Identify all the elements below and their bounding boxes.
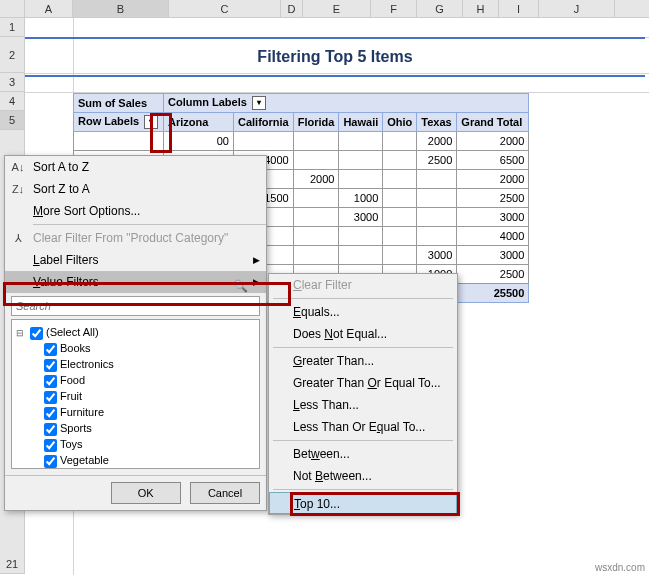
search-input[interactable]: [11, 296, 260, 316]
sub-not-equal[interactable]: Does Not Equal...: [269, 323, 457, 345]
submenu-arrow-icon: ▶: [253, 277, 260, 287]
row-labels-dropdown[interactable]: ▾: [144, 115, 158, 129]
sort-az-icon: A↓: [10, 161, 26, 173]
column-labels-dropdown[interactable]: ▾: [252, 96, 266, 110]
col-G[interactable]: G: [417, 0, 463, 17]
col-I[interactable]: I: [499, 0, 539, 17]
sort-za[interactable]: Z↓Sort Z to A: [5, 178, 266, 200]
column-headers: A B C D E F G H I J: [0, 0, 649, 18]
sort-az[interactable]: A↓Sort A to Z: [5, 156, 266, 178]
sub-equals[interactable]: Equals...: [269, 301, 457, 323]
check-item[interactable]: [44, 391, 57, 404]
filter-menu: A↓Sort A to Z Z↓Sort Z to A More Sort Op…: [4, 155, 267, 511]
row-2[interactable]: 2: [0, 37, 25, 73]
clear-filter-icon: ⅄: [10, 232, 26, 245]
sub-greater-equal[interactable]: Greater Than Or Equal To...: [269, 372, 457, 394]
ok-button[interactable]: OK: [111, 482, 181, 504]
watermark: wsxdn.com: [595, 562, 645, 573]
sort-za-icon: Z↓: [10, 183, 26, 195]
sub-between[interactable]: Between...: [269, 443, 457, 465]
col-F[interactable]: F: [371, 0, 417, 17]
check-item[interactable]: [44, 407, 57, 420]
clear-filter: ⅄Clear Filter From "Product Category": [5, 227, 266, 249]
check-item[interactable]: [44, 455, 57, 468]
filter-items-tree[interactable]: (Select All) Books Electronics Food Frui…: [11, 319, 260, 469]
col-C[interactable]: C: [169, 0, 281, 17]
page-title: Filtering Top 5 Items: [25, 37, 645, 77]
check-select-all[interactable]: [30, 327, 43, 340]
sub-not-between[interactable]: Not Between...: [269, 465, 457, 487]
cancel-button[interactable]: Cancel: [190, 482, 260, 504]
sub-clear-filter: Clear Filter: [269, 274, 457, 296]
search-icon: 🔍: [233, 279, 248, 293]
search-box: 🔍: [11, 296, 260, 316]
row-1[interactable]: 1: [0, 18, 25, 37]
check-item[interactable]: [44, 439, 57, 452]
check-item[interactable]: [44, 359, 57, 372]
check-item[interactable]: [44, 423, 57, 436]
row-21[interactable]: 21: [0, 555, 25, 574]
col-D[interactable]: D: [281, 0, 303, 17]
sub-top-10[interactable]: Top 10...: [269, 492, 457, 514]
col-A[interactable]: A: [25, 0, 73, 17]
col-H[interactable]: H: [463, 0, 499, 17]
table-row: 0020002000: [74, 132, 529, 151]
sum-of-sales-label: Sum of Sales: [74, 94, 164, 113]
row-3[interactable]: 3: [0, 73, 25, 92]
more-sort-options[interactable]: More Sort Options...: [5, 200, 266, 222]
check-item[interactable]: [44, 343, 57, 356]
col-E[interactable]: E: [303, 0, 371, 17]
value-filters-submenu: Clear Filter Equals... Does Not Equal...…: [268, 273, 458, 515]
sub-less-than[interactable]: Less Than...: [269, 394, 457, 416]
sub-greater-than[interactable]: Greater Than...: [269, 350, 457, 372]
value-filters[interactable]: Value Filters▶: [5, 271, 266, 293]
select-all-corner[interactable]: [0, 0, 25, 17]
row-4[interactable]: 4: [0, 92, 25, 111]
row-labels-cell: Row Labels ▾: [74, 113, 164, 132]
label-filters[interactable]: Label Filters▶: [5, 249, 266, 271]
col-J[interactable]: J: [539, 0, 615, 17]
col-B[interactable]: B: [73, 0, 169, 17]
column-labels-cell: Column Labels ▾: [164, 94, 529, 113]
sub-less-equal[interactable]: Less Than Or Equal To...: [269, 416, 457, 438]
row-5[interactable]: 5: [0, 111, 25, 130]
check-item[interactable]: [44, 375, 57, 388]
submenu-arrow-icon: ▶: [253, 255, 260, 265]
